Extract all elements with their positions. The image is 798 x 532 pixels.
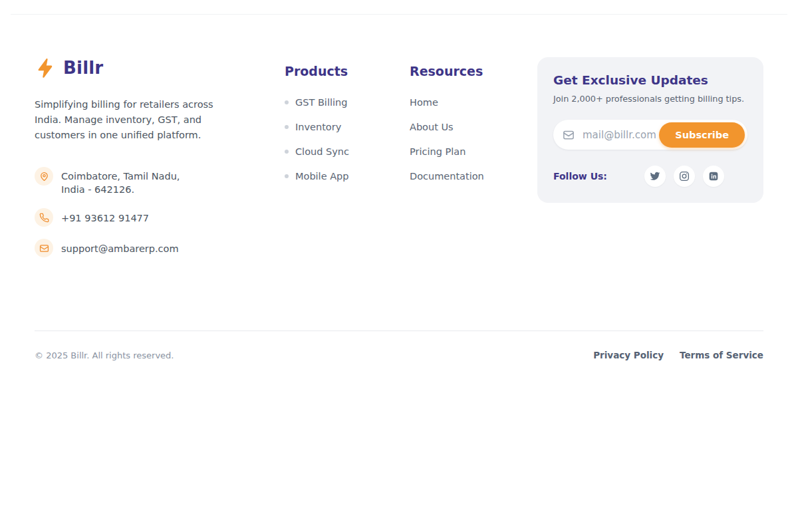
list-item: Mobile App — [285, 171, 410, 182]
privacy-policy-link[interactable]: Privacy Policy — [593, 350, 664, 360]
list-item: Pricing Plan — [410, 146, 484, 157]
link-gst-billing[interactable]: GST Billing — [295, 97, 347, 108]
bullet-dot — [285, 174, 289, 178]
contact-address: Coimbatore, Tamil Nadu, India - 642126. — [35, 167, 242, 196]
top-divider — [11, 14, 787, 15]
bullet-dot — [285, 100, 289, 104]
footer: Billr Simplifying billing for retailers … — [0, 57, 798, 380]
contact-phone[interactable]: +91 93612 91477 — [35, 208, 242, 227]
contact-email[interactable]: support@ambarerp.com — [35, 239, 242, 257]
list-item: Inventory — [285, 122, 410, 132]
newsletter-heading: Get Exclusive Updates — [553, 73, 747, 87]
bottom-bar: © 2025 Billr. All rights reserved. Priva… — [35, 331, 763, 380]
newsletter-subtext: Join 2,000+ professionals getting billin… — [553, 94, 747, 104]
instagram-icon[interactable] — [674, 166, 695, 187]
link-documentation[interactable]: Documentation — [410, 171, 484, 182]
link-about-us[interactable]: About Us — [410, 122, 454, 132]
resources-column: Resources Home About Us Pricing Plan Doc… — [410, 57, 484, 182]
mail-icon — [563, 129, 575, 141]
phone-icon — [35, 208, 53, 227]
link-home[interactable]: Home — [410, 97, 438, 108]
subscribe-button[interactable]: Subscribe — [659, 122, 745, 148]
resources-heading: Resources — [410, 64, 484, 78]
envelope-icon — [35, 239, 53, 257]
location-pin-icon — [35, 167, 53, 186]
phone-text: +91 93612 91477 — [61, 208, 149, 225]
subscribe-form: Subscribe — [553, 120, 747, 150]
list-item: GST Billing — [285, 97, 410, 108]
lightning-bolt-icon — [35, 57, 56, 78]
products-column: Products GST Billing Inventory Cloud Syn… — [285, 57, 410, 182]
list-item: About Us — [410, 122, 484, 132]
bullet-dot — [285, 125, 289, 129]
contact-list: Coimbatore, Tamil Nadu, India - 642126. … — [35, 167, 242, 257]
social-icons — [644, 166, 724, 187]
terms-of-service-link[interactable]: Terms of Service — [680, 350, 763, 360]
email-text: support@ambarerp.com — [61, 239, 179, 255]
brand-name: Billr — [63, 58, 103, 78]
follow-row: Follow Us: — [553, 166, 747, 187]
link-inventory[interactable]: Inventory — [295, 122, 341, 132]
newsletter-card: Get Exclusive Updates Join 2,000+ profes… — [537, 57, 763, 203]
bullet-dot — [285, 150, 289, 154]
list-item: Cloud Sync — [285, 146, 410, 157]
brand-column: Billr Simplifying billing for retailers … — [35, 57, 242, 257]
twitter-icon[interactable] — [644, 166, 666, 187]
linkedin-icon[interactable] — [703, 166, 724, 187]
link-mobile-app[interactable]: Mobile App — [295, 171, 349, 182]
brand-logo: Billr — [35, 57, 242, 78]
list-item: Home — [410, 97, 484, 108]
copyright-text: © 2025 Billr. All rights reserved. — [35, 350, 174, 360]
products-heading: Products — [285, 64, 410, 78]
link-cloud-sync[interactable]: Cloud Sync — [295, 146, 349, 157]
follow-us-label: Follow Us: — [553, 171, 607, 182]
list-item: Documentation — [410, 171, 484, 182]
link-pricing-plan[interactable]: Pricing Plan — [410, 146, 466, 157]
brand-tagline: Simplifying billing for retailers across… — [35, 97, 242, 143]
address-text: Coimbatore, Tamil Nadu, India - 642126. — [61, 167, 180, 196]
